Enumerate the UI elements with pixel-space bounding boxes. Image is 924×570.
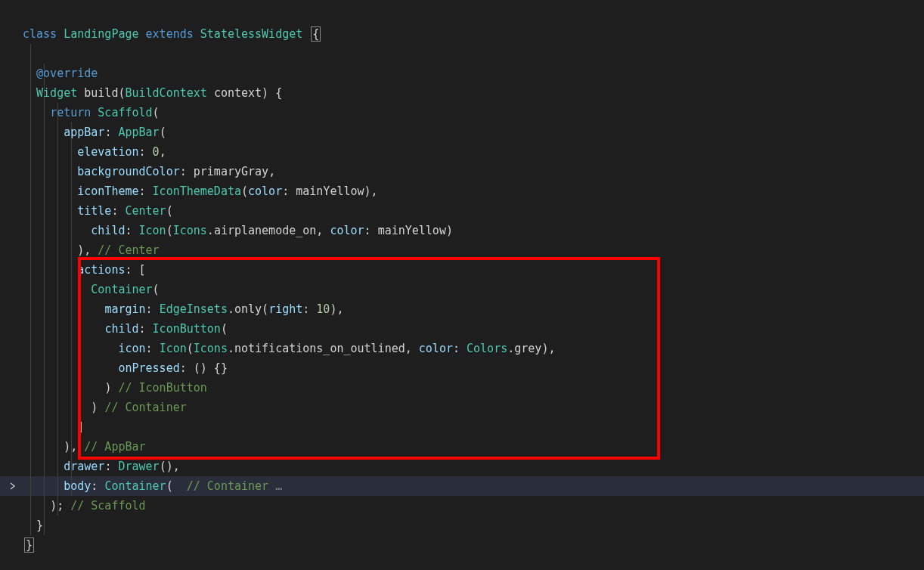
cursor-bracket: { xyxy=(311,26,321,42)
source-code[interactable]: class LandingPage extends StatelessWidge… xyxy=(23,24,924,555)
gutter xyxy=(0,0,21,570)
fold-chevron-icon[interactable] xyxy=(8,476,18,496)
code-area[interactable]: class LandingPage extends StatelessWidge… xyxy=(23,24,924,555)
code-editor[interactable]: class LandingPage extends StatelessWidge… xyxy=(0,0,924,570)
cursor-bracket-close: } xyxy=(24,537,34,553)
